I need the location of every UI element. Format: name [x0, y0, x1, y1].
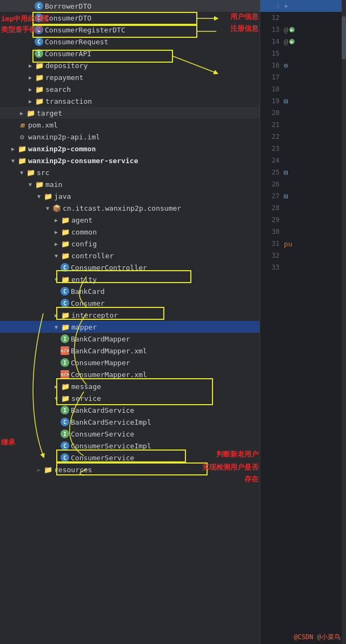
tree-item-consumerregisterdtc[interactable]: C ConsumerRegisterDTC: [0, 24, 260, 36]
tree-item-borrowerdto[interactable]: C BorrowerDTO: [0, 0, 260, 12]
scrollbar-thumb[interactable]: [342, 16, 346, 59]
line-17: 17: [260, 71, 346, 83]
consumermapper-xml-label: ConsumerMapper.xml: [71, 371, 147, 379]
line-20: 20: [260, 107, 346, 119]
folder-icon: 📁: [61, 240, 70, 248]
folder-icon: 📁: [61, 252, 70, 260]
folder-icon: 📁: [61, 216, 70, 224]
tree-item-consumer[interactable]: C Consumer: [0, 297, 260, 309]
tree-item-target[interactable]: ▶ 📁 target: [0, 107, 260, 119]
arrow-down: ▼: [52, 277, 61, 283]
line-23: 23: [260, 143, 346, 155]
tree-item-resources[interactable]: ▶ 📁 resources: [0, 464, 260, 475]
line-27: 27 ⊟: [260, 190, 346, 202]
tree-item-pom-xml[interactable]: m pom.xml: [0, 119, 260, 131]
tree-item-consumerservice[interactable]: I ConsumerService: [0, 428, 260, 440]
tree-item-consumer-service[interactable]: ▼ 📁 wanxinp2p-consumer-service: [0, 155, 260, 166]
bankcardmapper-label: BankCardMapper: [71, 335, 130, 343]
xml-icon: </>: [61, 370, 69, 379]
controller-label: controller: [71, 252, 114, 260]
tree-item-agent[interactable]: ▶ 📁 agent: [0, 214, 260, 226]
tree-item-bankcardserviceimpl[interactable]: C BankCardServiceImpl: [0, 416, 260, 428]
line-33: 33: [260, 261, 346, 273]
line-numbers-panel: 3 + 12 13 @ ▶ 14 @ ▶ 15 16 ⊖ 17 18: [260, 0, 346, 644]
tree-item-service[interactable]: ▼ 📁 service: [0, 392, 260, 404]
arrow-right: ▶: [52, 241, 61, 247]
config-label: config: [71, 240, 97, 248]
consumerdto-label: ConsumerDTO: [45, 14, 91, 22]
mapper-label: mapper: [71, 323, 97, 331]
pom-icon: m: [17, 121, 27, 129]
folder-icon: 📁: [17, 145, 27, 153]
xml-icon: </>: [61, 346, 69, 355]
bankcardserviceimpl-label: BankCardServiceImpl: [71, 418, 151, 426]
tree-item-interceptor[interactable]: ▶ 📁 interceptor: [0, 309, 260, 321]
tree-item-search[interactable]: ▶ 📁 search: [0, 83, 260, 95]
target-label: target: [37, 109, 62, 117]
iml-label: wanxinp2p-api.iml: [28, 133, 100, 141]
arrow-right: ▶: [9, 146, 17, 152]
consumerservice2-label: ConsumerService: [71, 454, 134, 462]
tree-item-message[interactable]: ▶ 📁 message: [0, 380, 260, 392]
line-12: 12: [260, 12, 346, 24]
line-28: 28: [260, 202, 346, 214]
tree-item-main[interactable]: ▼ 📁 main: [0, 178, 260, 190]
interface-i-icon: I: [61, 430, 69, 438]
tree-item-bankcard[interactable]: C BankCard: [0, 285, 260, 297]
tree-item-consumerservice2[interactable]: C ConsumerService: [0, 452, 260, 464]
tree-item-repayment[interactable]: ▶ 📁 repayment: [0, 71, 260, 83]
arrow-down: ▼: [52, 324, 61, 330]
consumerservice-label: ConsumerService: [71, 430, 134, 438]
tree-item-mapper[interactable]: ▼ 📁 mapper: [0, 321, 260, 333]
arrow-down: ▼: [52, 253, 61, 259]
arrow-right: ▶: [26, 63, 35, 69]
tree-item-wanxinp2p-common[interactable]: ▶ 📁 wanxinp2p-common: [0, 143, 260, 155]
arrow-down: ▼: [17, 170, 26, 176]
arrow-down: ▼: [35, 193, 43, 199]
line-18: 18: [260, 83, 346, 95]
tree-item-consumercontroller[interactable]: C ConsumerController: [0, 261, 260, 273]
tree-item-transaction[interactable]: ▶ 📁 transaction: [0, 95, 260, 107]
tree-item-consumerserviceimpl[interactable]: C ConsumerServiceImpl: [0, 440, 260, 452]
arrow-right: ▶: [35, 467, 43, 473]
class-c-icon: C: [61, 453, 69, 462]
tree-item-wanxinp2p-api-iml[interactable]: ⚙ wanxinp2p-api.iml: [0, 131, 260, 143]
tree-item-common[interactable]: ▶ 📁 common: [0, 226, 260, 238]
line-30: 30: [260, 226, 346, 238]
pom-label: pom.xml: [28, 121, 58, 129]
tree-item-depository[interactable]: ▶ 📁 depository: [0, 59, 260, 71]
wanxinp2p-common-label: wanxinp2p-common: [28, 145, 96, 153]
folder-icon: 📁: [17, 157, 27, 165]
class-c-icon: C: [61, 441, 69, 450]
tree-item-java[interactable]: ▼ 📁 java: [0, 190, 260, 202]
consumermapper-label: ConsumerMapper: [71, 359, 130, 367]
tree-item-src[interactable]: ▼ 📁 src: [0, 166, 260, 178]
line-13: 13 @ ▶: [260, 24, 346, 36]
tree-item-bankcardservice[interactable]: I BankCardService: [0, 404, 260, 416]
line-29: 29: [260, 214, 346, 226]
folder-icon: 📁: [26, 169, 36, 177]
tree-item-controller[interactable]: ▼ 📁 controller: [0, 250, 260, 261]
tree-item-bankcardmapper[interactable]: I BankCardMapper: [0, 333, 260, 345]
line-21: 21: [260, 119, 346, 131]
tree-item-consumerdto[interactable]: C ConsumerDTO: [0, 12, 260, 24]
tree-item-package[interactable]: ▼ 📦 cn.itcast.wanxinp2p.consumer: [0, 202, 260, 214]
tree-item-consumerapi[interactable]: I ConsumerAPI: [0, 48, 260, 59]
arrow-right: ▶: [52, 384, 61, 390]
agent-label: agent: [71, 216, 92, 224]
tree-item-consumermapper-xml[interactable]: </> ConsumerMapper.xml: [0, 368, 260, 380]
tree-item-entity[interactable]: ▼ 📁 entity: [0, 273, 260, 285]
tree-item-consumerrequest[interactable]: C ConsumerRequest: [0, 36, 260, 48]
arrow-right: ▶: [17, 110, 26, 116]
arrow-down: ▼: [26, 182, 35, 187]
main-label: main: [45, 180, 62, 189]
class-c-icon: C: [35, 25, 43, 34]
tree-item-bankcardmapper-xml[interactable]: </> BankCardMapper.xml: [0, 345, 260, 357]
consumercontroller-label: ConsumerController: [71, 264, 147, 272]
tree-item-consumermapper[interactable]: I ConsumerMapper: [0, 357, 260, 368]
arrow-down: ▼: [52, 395, 61, 401]
tree-item-config[interactable]: ▶ 📁 config: [0, 238, 260, 250]
folder-icon: 📁: [61, 228, 70, 236]
scrollbar[interactable]: [342, 0, 346, 644]
repayment-label: repayment: [45, 73, 83, 82]
